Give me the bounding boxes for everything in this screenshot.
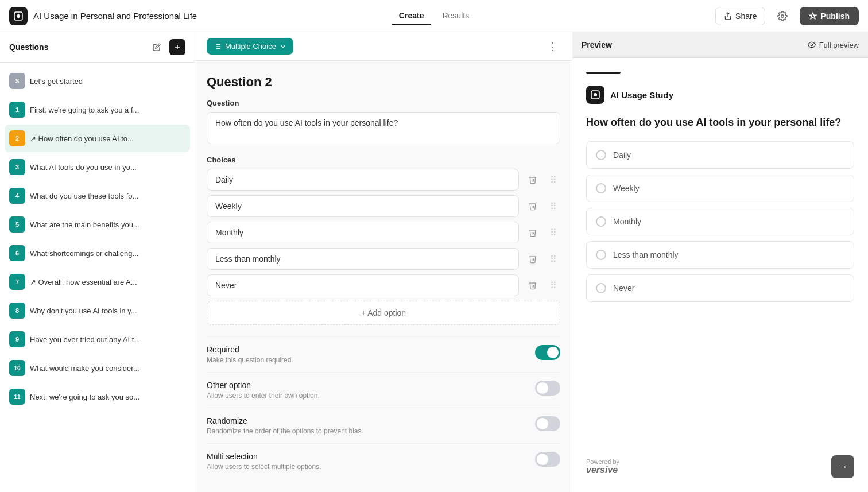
choice-radio-3	[596, 216, 606, 227]
choice-row-3: ⠿	[207, 222, 560, 243]
choice-delete-5[interactable]	[524, 276, 542, 295]
choice-row-1: ⠿	[207, 169, 560, 191]
preview-choice-3[interactable]: Monthly	[586, 208, 854, 235]
setting-required: Required Make this question required.	[207, 336, 560, 372]
choice-row-2: ⠿	[207, 195, 560, 217]
edit-icon-button[interactable]	[149, 39, 165, 55]
sidebar-item-label-2: ↗ How often do you use AI to...	[30, 134, 169, 143]
randomize-label: Randomize	[207, 416, 535, 425]
choice-drag-2[interactable]: ⠿	[547, 199, 560, 213]
randomize-toggle-knob	[537, 418, 548, 429]
choice-drag-3[interactable]: ⠿	[547, 226, 560, 239]
choice-radio-4	[596, 250, 606, 260]
other-toggle[interactable]	[535, 381, 560, 396]
badge-5: 5	[9, 216, 25, 233]
preview-choice-text-3: Monthly	[613, 217, 641, 226]
preview-question: How often do you use AI tools in your pe…	[586, 115, 854, 130]
badge-8: 8	[9, 303, 25, 319]
other-desc: Allow users to enter their own option.	[207, 392, 535, 400]
tab-results[interactable]: Results	[435, 7, 476, 25]
question-textarea[interactable]: How often do you use AI tools in your pe…	[207, 112, 560, 144]
preview-choice-text-4: Less than monthly	[613, 250, 679, 259]
choice-radio-5	[596, 283, 606, 293]
preview-choice-2[interactable]: Weekly	[586, 175, 854, 202]
choice-radio-2	[596, 183, 606, 193]
badge-11: 11	[9, 389, 25, 405]
other-toggle-knob	[537, 382, 548, 394]
sidebar-item-9[interactable]: 9 Have you ever tried out any AI t... ⋯	[5, 326, 190, 353]
preview-logo	[586, 86, 604, 104]
sidebar: Questions S Let's get started ⋯ 1 First,…	[0, 32, 195, 492]
multi-toggle-knob	[537, 454, 548, 465]
svg-point-3	[781, 14, 784, 17]
badge-3: 3	[9, 159, 25, 175]
share-button[interactable]: Share	[715, 7, 765, 25]
badge-7: 7	[9, 274, 25, 290]
main-layout: Questions S Let's get started ⋯ 1 First,…	[0, 32, 868, 492]
badge-1: 1	[9, 102, 25, 118]
preview-choice-5[interactable]: Never	[586, 274, 854, 302]
preview-choice-text-1: Daily	[613, 150, 631, 160]
choice-input-5[interactable]	[207, 274, 519, 296]
required-toggle[interactable]	[535, 345, 560, 360]
choice-delete-3[interactable]	[524, 223, 542, 242]
sidebar-item-8[interactable]: 8 Why don't you use AI tools in y... ⋯	[5, 297, 190, 324]
sidebar-item-5[interactable]: 5 What are the main benefits you... ⋯	[5, 211, 190, 238]
svg-point-1	[17, 14, 20, 18]
setting-randomize: Randomize Randomize the order of the opt…	[207, 408, 560, 443]
preview-next-button[interactable]: →	[831, 455, 854, 478]
choice-input-4[interactable]	[207, 248, 519, 270]
full-preview-button[interactable]: Full preview	[808, 41, 859, 49]
preview-choice-1[interactable]: Daily	[586, 141, 854, 169]
toolbar-more-button[interactable]: ⋮	[544, 38, 560, 55]
badge-4: 4	[9, 188, 25, 204]
add-option-label: + Add option	[361, 308, 406, 317]
sidebar-item-s[interactable]: S Let's get started ⋯	[5, 67, 190, 95]
add-question-button[interactable]	[169, 39, 185, 55]
choice-row-5: ⠿	[207, 274, 560, 296]
required-desc: Make this question required.	[207, 356, 535, 364]
sidebar-item-11[interactable]: 11 Next, we're going to ask you so... ⋯	[5, 383, 190, 410]
sidebar-item-10[interactable]: 10 What would make you consider... ⋯	[5, 354, 190, 382]
preview-progress-bar	[586, 72, 621, 74]
sidebar-item-1[interactable]: 1 First, we're going to ask you a f... ⋯	[5, 96, 190, 123]
sidebar-list: S Let's get started ⋯ 1 First, we're goi…	[0, 63, 195, 492]
multi-label: Multi selection	[207, 452, 535, 461]
preview-footer: Powered by versive →	[586, 444, 854, 478]
choice-drag-1[interactable]: ⠿	[547, 173, 560, 187]
other-label: Other option	[207, 381, 535, 390]
sidebar-item-6[interactable]: 6 What shortcomings or challeng... ⋯	[5, 239, 190, 267]
publish-button[interactable]: Publish	[800, 7, 859, 25]
tab-create[interactable]: Create	[392, 7, 431, 25]
choice-drag-5[interactable]: ⠿	[547, 278, 560, 292]
sidebar-item-label-s: Let's get started	[30, 77, 169, 86]
preview-title: Preview	[582, 40, 612, 49]
sidebar-item-2[interactable]: 2 ↗ How often do you use AI to... ⋯	[5, 125, 190, 152]
choice-input-2[interactable]	[207, 195, 519, 217]
question-type-button[interactable]: Multiple Choice	[207, 38, 293, 55]
svg-point-12	[811, 44, 813, 46]
badge-10: 10	[9, 360, 25, 376]
setting-multi: Multi selection Allow users to select mu…	[207, 443, 560, 479]
choice-row-4: ⠿	[207, 248, 560, 270]
multi-toggle[interactable]	[535, 452, 560, 467]
preview-next-arrow: →	[838, 461, 848, 473]
preview-choice-4[interactable]: Less than monthly	[586, 241, 854, 269]
add-option-button[interactable]: + Add option	[207, 301, 560, 325]
choice-input-1[interactable]	[207, 169, 519, 191]
sidebar-item-7[interactable]: 7 ↗ Overall, how essential are A... ⋯	[5, 268, 190, 296]
choice-delete-1[interactable]	[524, 171, 542, 189]
settings-button[interactable]	[772, 6, 793, 26]
sidebar-item-3[interactable]: 3 What AI tools do you use in yo... ⋯	[5, 153, 190, 181]
choice-input-3[interactable]	[207, 222, 519, 243]
sidebar-item-4[interactable]: 4 What do you use these tools fo... ⋯	[5, 182, 190, 210]
sidebar-item-label-10: What would make you consider...	[30, 364, 169, 373]
randomize-toggle[interactable]	[535, 416, 560, 431]
share-label: Share	[735, 11, 757, 21]
choice-delete-4[interactable]	[524, 250, 542, 268]
choice-drag-4[interactable]: ⠿	[547, 252, 560, 266]
sidebar-header: Questions	[0, 32, 195, 63]
sidebar-item-label-11: Next, we're going to ask you so...	[30, 393, 169, 401]
choice-delete-2[interactable]	[524, 197, 542, 215]
sidebar-actions	[149, 39, 185, 55]
